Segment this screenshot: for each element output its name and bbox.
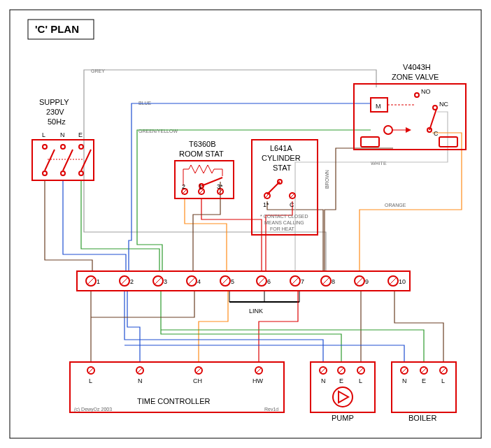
svg-text:3*: 3* — [217, 183, 223, 190]
svg-text:(c) DewyOz 2003: (c) DewyOz 2003 — [74, 407, 112, 412]
svg-text:4: 4 — [197, 278, 201, 285]
supply-block: SUPPLY 230V 50Hz L N E — [32, 98, 94, 180]
svg-text:N: N — [138, 377, 143, 384]
svg-text:7: 7 — [301, 278, 304, 285]
svg-text:PUMP: PUMP — [332, 414, 354, 422]
room-stat: T6360B ROOM STAT 2 1 3* — [175, 140, 234, 198]
svg-line-88 — [258, 277, 265, 284]
boiler: N E L BOILER — [392, 362, 456, 422]
svg-rect-56 — [354, 84, 466, 150]
svg-text:230V: 230V — [46, 108, 64, 116]
svg-text:E: E — [78, 131, 83, 138]
wire-label-grey: GREY — [91, 68, 105, 73]
wire-label-gy: GREEN/YELLOW — [138, 129, 178, 133]
svg-text:ZONE VALVE: ZONE VALVE — [392, 73, 439, 81]
svg-line-91 — [292, 277, 299, 284]
zone-valve: V4043H ZONE VALVE M NO NC C — [354, 63, 466, 150]
svg-text:L: L — [441, 377, 445, 384]
svg-line-110 — [196, 368, 201, 373]
svg-text:C: C — [290, 201, 294, 208]
svg-line-85 — [222, 277, 229, 284]
svg-text:1: 1 — [97, 278, 100, 285]
svg-line-104 — [88, 368, 94, 373]
svg-rect-12 — [32, 140, 94, 180]
svg-line-113 — [256, 368, 262, 373]
svg-text:CH: CH — [193, 377, 202, 384]
terminal-strip: 1 2 3 4 5 6 7 8 9 10 — [77, 271, 410, 291]
svg-text:2: 2 — [182, 183, 185, 190]
svg-line-132 — [401, 368, 407, 373]
wire-label-brown: BROWN — [325, 170, 329, 189]
svg-point-17 — [61, 171, 65, 175]
svg-text:L: L — [359, 377, 362, 384]
svg-text:CYLINDER: CYLINDER — [262, 154, 301, 162]
svg-rect-69 — [361, 137, 379, 147]
svg-line-21 — [81, 150, 91, 171]
wire-label-white: WHITE — [371, 161, 387, 166]
svg-line-120 — [320, 368, 326, 373]
svg-text:L641A: L641A — [270, 144, 292, 152]
svg-text:BOILER: BOILER — [408, 414, 436, 422]
svg-text:N: N — [402, 377, 407, 384]
svg-point-18 — [79, 171, 83, 175]
svg-line-135 — [421, 368, 427, 373]
svg-point-13 — [43, 145, 47, 149]
svg-rect-70 — [439, 137, 457, 147]
diagram-title: 'C' PLAN — [35, 23, 79, 35]
svg-text:V4043H: V4043H — [403, 63, 431, 71]
svg-text:2: 2 — [130, 278, 134, 285]
svg-text:9: 9 — [365, 278, 369, 285]
svg-text:MEANS CALLING: MEANS CALLING — [264, 220, 304, 225]
svg-text:8: 8 — [332, 278, 335, 285]
svg-line-123 — [339, 368, 344, 373]
svg-text:L: L — [89, 377, 92, 384]
svg-line-138 — [441, 368, 446, 373]
svg-text:10: 10 — [399, 278, 406, 285]
terminal-link-label: LINK — [249, 308, 263, 315]
pump: N E L PUMP — [311, 362, 375, 422]
svg-text:E: E — [339, 377, 343, 384]
time-controller: L N CH HW TIME CONTROLLER (c) DewyOz 200… — [70, 362, 284, 412]
svg-line-65 — [429, 109, 436, 130]
svg-text:NC: NC — [439, 101, 448, 108]
svg-text:STAT: STAT — [273, 164, 292, 172]
svg-text:M: M — [376, 103, 381, 110]
svg-point-67 — [384, 126, 392, 134]
svg-text:HW: HW — [252, 377, 263, 384]
svg-point-15 — [79, 145, 83, 149]
svg-text:C: C — [434, 130, 439, 137]
svg-text:E: E — [422, 377, 426, 384]
svg-line-126 — [358, 368, 364, 373]
svg-line-44 — [267, 182, 280, 194]
svg-text:* CONTACT CLOSED: * CONTACT CLOSED — [260, 214, 308, 219]
svg-text:Rev1d: Rev1d — [264, 407, 278, 412]
svg-text:NO: NO — [421, 88, 431, 95]
svg-point-14 — [61, 145, 65, 149]
svg-line-20 — [63, 150, 73, 171]
svg-line-100 — [390, 277, 397, 284]
svg-text:T6360B: T6360B — [189, 140, 216, 148]
svg-line-94 — [322, 277, 329, 284]
svg-line-82 — [188, 277, 195, 284]
svg-line-107 — [137, 368, 143, 373]
svg-line-19 — [45, 150, 55, 171]
wire-label-orange: ORANGE — [385, 203, 406, 208]
svg-line-97 — [356, 277, 363, 284]
svg-text:50Hz: 50Hz — [48, 117, 66, 126]
svg-text:6: 6 — [267, 278, 271, 285]
svg-text:N: N — [321, 377, 326, 384]
svg-text:TIME CONTROLLER: TIME CONTROLLER — [137, 397, 211, 405]
svg-line-79 — [155, 277, 162, 284]
svg-text:ROOM STAT: ROOM STAT — [179, 150, 224, 158]
svg-text:FOR HEAT: FOR HEAT — [270, 226, 295, 231]
svg-text:N: N — [60, 131, 65, 138]
svg-line-73 — [87, 277, 94, 284]
svg-point-16 — [43, 171, 47, 175]
svg-point-59 — [415, 93, 419, 97]
svg-text:1*: 1* — [263, 201, 269, 208]
svg-text:5: 5 — [231, 278, 234, 285]
svg-line-76 — [121, 277, 128, 284]
svg-text:1: 1 — [199, 183, 202, 190]
svg-text:SUPPLY: SUPPLY — [39, 98, 69, 106]
svg-text:3: 3 — [164, 278, 167, 285]
